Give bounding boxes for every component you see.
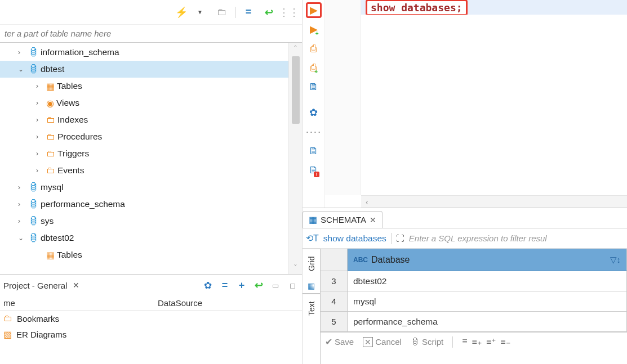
table-filter-input[interactable] <box>0 25 302 42</box>
close-icon[interactable]: ✕ <box>73 281 79 290</box>
explain-plan-button[interactable]: 🗎 <box>306 79 322 95</box>
filter-input[interactable]: Enter a SQL expression to filter resul <box>409 233 547 243</box>
chevron-right-icon[interactable]: › <box>18 217 26 225</box>
navigator-pane: ⚡ ▼ 🗀 = ↩ ⋮⋮ › 🛢 information_schema ⌄ 🛢 … <box>0 0 303 364</box>
collapse-icon[interactable]: = <box>219 279 231 291</box>
tab-text[interactable]: Text <box>303 294 320 323</box>
editor-rest[interactable] <box>325 15 627 195</box>
chevron-right-icon[interactable]: › <box>36 82 44 90</box>
export-button[interactable]: 🗎 <box>306 143 322 159</box>
scroll-up-icon[interactable]: ˆ <box>289 43 302 55</box>
tree-item-indexes[interactable]: › 🗀 Indexes <box>0 111 288 128</box>
delete-row-icon[interactable]: ≡₋ <box>500 336 510 347</box>
query-text[interactable]: show databases <box>323 233 386 244</box>
new-connection-icon[interactable]: ⚡ <box>174 5 189 20</box>
tree-scrollbar[interactable]: ˆ ˇ <box>288 43 302 274</box>
configure-icon[interactable]: ✿ <box>202 279 214 291</box>
tree-label: Procedures <box>57 132 102 142</box>
project-item-er-diagrams[interactable]: ▧ ER Diagrams <box>0 326 302 342</box>
cancel-button[interactable]: ✕ Cancel <box>363 337 402 347</box>
tree-item-dbtest02[interactable]: ⌄ 🛢 dbtest02 <box>0 230 288 246</box>
chevron-right-icon[interactable]: › <box>18 200 26 208</box>
cell-database[interactable]: dbtest02 <box>348 271 627 291</box>
divider <box>391 233 392 244</box>
expand-icon[interactable]: ⛶ <box>396 233 404 243</box>
row-number[interactable]: 4 <box>321 291 348 311</box>
collapse-icon[interactable]: = <box>241 5 256 20</box>
save-button[interactable]: ✔ Save <box>325 336 354 347</box>
dropdown-icon[interactable]: ▼ <box>194 5 209 20</box>
tree-item-performance-schema[interactable]: › 🛢 performance_schema <box>0 196 288 213</box>
chevron-right-icon[interactable]: › <box>36 116 44 124</box>
editor-line-1[interactable]: show databases; <box>325 0 627 15</box>
tree-item-dbtest[interactable]: ⌄ 🛢 dbtest <box>0 61 288 78</box>
separator <box>235 7 235 18</box>
chevron-right-icon[interactable]: › <box>18 183 26 191</box>
tree-item-events[interactable]: › 🗀 Events <box>0 162 288 179</box>
column-name[interactable]: me <box>0 298 158 308</box>
execute-script-new-button[interactable]: ⎙ <box>306 60 322 75</box>
tree-item-tables[interactable]: › ▦ Tables <box>0 78 288 95</box>
add-row-icon[interactable]: ≡₊ <box>472 336 482 347</box>
tree-item-procedures[interactable]: › 🗀 Procedures <box>0 128 288 145</box>
row-number[interactable]: 3 <box>321 271 348 291</box>
script-button[interactable]: 🛢 Script <box>411 337 443 347</box>
sql-editor[interactable]: show databases; ‹ <box>325 0 627 208</box>
close-icon[interactable]: ✕ <box>370 215 376 224</box>
tree-item-views[interactable]: › ◉ Views <box>0 95 288 111</box>
grid-body: ABC Database ▽↕ 3 dbtest02 4 mysql 5 <box>321 249 627 364</box>
sort-filter-icon[interactable]: ▽↕ <box>610 255 621 265</box>
type-tag-icon: ABC <box>353 256 368 264</box>
refresh-icon[interactable]: ↩ <box>252 279 265 291</box>
table-row[interactable]: 4 mysql <box>321 291 627 312</box>
chevron-down-icon[interactable]: ⌄ <box>18 65 26 73</box>
scroll-down-icon[interactable]: ˇ <box>289 262 302 274</box>
column-datasource[interactable]: DataSource <box>158 298 302 308</box>
table-row[interactable]: 3 dbtest02 <box>321 271 627 291</box>
maximize-icon[interactable]: ◻ <box>286 279 299 291</box>
chevron-right-icon[interactable]: › <box>18 48 26 56</box>
more-icon[interactable]: ⋮⋮ <box>282 5 296 20</box>
tree-item-mysql[interactable]: › 🛢 mysql <box>0 179 288 196</box>
editor-blank[interactable] <box>361 15 627 195</box>
cell-database[interactable]: mysql <box>348 291 627 311</box>
settings-button[interactable]: ✿ <box>306 105 322 120</box>
tree-item-information-schema[interactable]: › 🛢 information_schema <box>0 44 288 61</box>
chevron-right-icon[interactable]: › <box>36 99 44 107</box>
grid-tab-icon[interactable]: ▦ <box>303 278 320 294</box>
database-icon: 🛢 <box>28 215 38 227</box>
results-tab[interactable]: ▦ SCHEMATA ✕ <box>303 211 383 228</box>
refresh-icon[interactable]: ↩ <box>261 5 276 20</box>
new-folder-icon[interactable]: 🗀 <box>215 5 229 20</box>
duplicate-row-icon[interactable]: ≡⁺ <box>486 336 496 347</box>
tree-label: Indexes <box>57 115 88 125</box>
execute-script-button[interactable]: ⎙ <box>306 41 322 56</box>
chevron-right-icon[interactable]: › <box>36 150 44 158</box>
execute-new-tab-button[interactable]: ▶ <box>306 21 322 37</box>
results-tab-bar: ▦ SCHEMATA ✕ <box>303 208 627 228</box>
project-item-bookmarks[interactable]: 🗀 Bookmarks <box>0 311 302 326</box>
chevron-down-icon[interactable]: ⌄ <box>18 234 26 242</box>
column-header-database[interactable]: ABC Database ▽↕ <box>348 249 627 271</box>
table-row[interactable]: 5 performance_schema <box>321 312 627 332</box>
tab-grid[interactable]: Grid <box>303 249 320 278</box>
add-icon[interactable]: + <box>235 279 248 291</box>
tree-item-sys[interactable]: › 🛢 sys <box>0 213 288 230</box>
tree-item-triggers[interactable]: › 🗀 Triggers <box>0 145 288 162</box>
save-script-button[interactable]: 🗎 <box>306 162 322 178</box>
scroll-thumb[interactable] <box>292 56 300 124</box>
cell-database[interactable]: performance_schema <box>348 312 627 331</box>
edit-row-icon[interactable]: ≡ <box>462 336 467 347</box>
minimize-icon[interactable]: ▭ <box>269 279 282 291</box>
chevron-right-icon[interactable]: › <box>36 167 44 174</box>
dots-row-icon[interactable]: • • • • <box>306 124 322 140</box>
horizontal-scrollbar[interactable]: ‹ <box>361 195 627 208</box>
row-number[interactable]: 5 <box>321 312 348 331</box>
sql-statement[interactable]: show databases; <box>366 0 468 16</box>
database-tree[interactable]: › 🛢 information_schema ⌄ 🛢 dbtest › ▦ Ta… <box>0 43 288 274</box>
chevron-right-icon[interactable]: › <box>36 133 44 141</box>
grid-corner[interactable] <box>321 249 348 271</box>
tree-item-tables-2[interactable]: ▦ Tables <box>0 246 288 263</box>
execute-button[interactable]: ▶ <box>306 2 322 18</box>
editor-text[interactable]: show databases; <box>361 0 627 15</box>
